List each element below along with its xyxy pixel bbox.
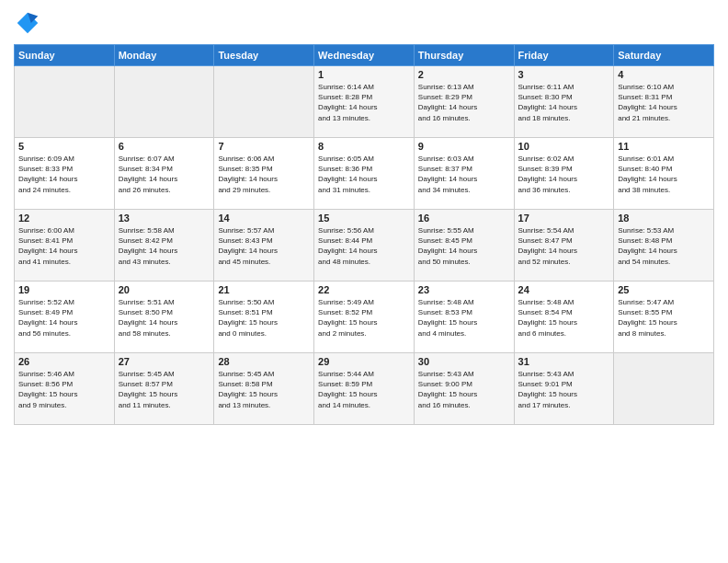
- day-number: 9: [418, 141, 510, 152]
- day-info: Sunrise: 6:07 AM Sunset: 8:34 PM Dayligh…: [119, 154, 210, 195]
- day-number: 17: [518, 213, 610, 224]
- calendar-cell: 3Sunrise: 6:11 AM Sunset: 8:30 PM Daylig…: [514, 66, 614, 138]
- day-info: Sunrise: 5:44 AM Sunset: 8:59 PM Dayligh…: [318, 369, 410, 410]
- calendar-cell: 30Sunrise: 5:43 AM Sunset: 9:00 PM Dayli…: [414, 353, 514, 425]
- header-row: SundayMondayTuesdayWednesdayThursdayFrid…: [15, 45, 714, 66]
- calendar-cell: 23Sunrise: 5:48 AM Sunset: 8:53 PM Dayli…: [414, 282, 514, 353]
- day-info: Sunrise: 5:48 AM Sunset: 8:53 PM Dayligh…: [418, 297, 510, 339]
- calendar-cell: 19Sunrise: 5:52 AM Sunset: 8:49 PM Dayli…: [15, 282, 115, 353]
- day-info: Sunrise: 6:06 AM Sunset: 8:35 PM Dayligh…: [218, 154, 310, 195]
- day-number: 21: [218, 284, 310, 295]
- calendar-table: SundayMondayTuesdayWednesdayThursdayFrid…: [14, 44, 714, 425]
- calendar-cell: 10Sunrise: 6:02 AM Sunset: 8:39 PM Dayli…: [514, 138, 614, 210]
- calendar-cell: 2Sunrise: 6:13 AM Sunset: 8:29 PM Daylig…: [414, 66, 514, 138]
- day-info: Sunrise: 5:54 AM Sunset: 8:47 PM Dayligh…: [518, 225, 610, 267]
- page: SundayMondayTuesdayWednesdayThursdayFrid…: [0, 0, 728, 563]
- header: [14, 9, 714, 37]
- day-number: 11: [618, 141, 710, 152]
- calendar-cell: 5Sunrise: 6:09 AM Sunset: 8:33 PM Daylig…: [15, 138, 115, 210]
- day-number: 16: [418, 213, 510, 224]
- day-info: Sunrise: 5:58 AM Sunset: 8:42 PM Dayligh…: [119, 225, 210, 267]
- calendar-cell: 6Sunrise: 6:07 AM Sunset: 8:34 PM Daylig…: [114, 138, 214, 210]
- day-info: Sunrise: 5:51 AM Sunset: 8:50 PM Dayligh…: [119, 297, 210, 339]
- day-number: 2: [418, 69, 510, 80]
- day-number: 24: [518, 284, 610, 295]
- day-info: Sunrise: 5:55 AM Sunset: 8:45 PM Dayligh…: [418, 225, 510, 267]
- calendar-cell: 20Sunrise: 5:51 AM Sunset: 8:50 PM Dayli…: [114, 282, 214, 353]
- calendar-cell: 18Sunrise: 5:53 AM Sunset: 8:48 PM Dayli…: [614, 210, 714, 282]
- calendar-cell: 24Sunrise: 5:48 AM Sunset: 8:54 PM Dayli…: [514, 282, 614, 353]
- day-number: 15: [318, 213, 410, 224]
- calendar-cell: 1Sunrise: 6:14 AM Sunset: 8:28 PM Daylig…: [314, 66, 415, 138]
- day-number: 28: [218, 356, 310, 367]
- calendar-cell: 26Sunrise: 5:46 AM Sunset: 8:56 PM Dayli…: [15, 353, 115, 425]
- day-info: Sunrise: 5:53 AM Sunset: 8:48 PM Dayligh…: [618, 225, 710, 267]
- day-number: 25: [618, 284, 710, 295]
- day-number: 10: [518, 141, 610, 152]
- day-number: 29: [318, 356, 410, 367]
- calendar-cell: 14Sunrise: 5:57 AM Sunset: 8:43 PM Dayli…: [214, 210, 314, 282]
- calendar-week-3: 12Sunrise: 6:00 AM Sunset: 8:41 PM Dayli…: [15, 210, 714, 282]
- day-number: 5: [18, 141, 110, 152]
- calendar-cell: 22Sunrise: 5:49 AM Sunset: 8:52 PM Dayli…: [314, 282, 415, 353]
- calendar-cell: 7Sunrise: 6:06 AM Sunset: 8:35 PM Daylig…: [214, 138, 314, 210]
- calendar-cell: 15Sunrise: 5:56 AM Sunset: 8:44 PM Dayli…: [314, 210, 415, 282]
- calendar-cell: [614, 353, 714, 425]
- day-info: Sunrise: 5:43 AM Sunset: 9:01 PM Dayligh…: [518, 369, 610, 410]
- day-info: Sunrise: 6:00 AM Sunset: 8:41 PM Dayligh…: [18, 225, 110, 267]
- calendar-cell: 25Sunrise: 5:47 AM Sunset: 8:55 PM Dayli…: [614, 282, 714, 353]
- calendar-week-1: 1Sunrise: 6:14 AM Sunset: 8:28 PM Daylig…: [15, 66, 714, 138]
- calendar-cell: 17Sunrise: 5:54 AM Sunset: 8:47 PM Dayli…: [514, 210, 614, 282]
- day-number: 6: [119, 141, 210, 152]
- day-number: 4: [618, 69, 710, 80]
- weekday-header-monday: Monday: [114, 45, 214, 66]
- calendar-cell: 13Sunrise: 5:58 AM Sunset: 8:42 PM Dayli…: [114, 210, 214, 282]
- calendar-cell: 21Sunrise: 5:50 AM Sunset: 8:51 PM Dayli…: [214, 282, 314, 353]
- day-number: 31: [518, 356, 610, 367]
- calendar-cell: 4Sunrise: 6:10 AM Sunset: 8:31 PM Daylig…: [614, 66, 714, 138]
- day-info: Sunrise: 5:52 AM Sunset: 8:49 PM Dayligh…: [18, 297, 110, 339]
- day-info: Sunrise: 5:48 AM Sunset: 8:54 PM Dayligh…: [518, 297, 610, 339]
- logo: [14, 9, 45, 37]
- calendar-cell: 9Sunrise: 6:03 AM Sunset: 8:37 PM Daylig…: [414, 138, 514, 210]
- day-info: Sunrise: 5:57 AM Sunset: 8:43 PM Dayligh…: [218, 225, 310, 267]
- day-info: Sunrise: 5:45 AM Sunset: 8:58 PM Dayligh…: [218, 369, 310, 410]
- day-info: Sunrise: 6:11 AM Sunset: 8:30 PM Dayligh…: [518, 82, 610, 123]
- calendar-cell: 12Sunrise: 6:00 AM Sunset: 8:41 PM Dayli…: [15, 210, 115, 282]
- day-number: 26: [18, 356, 110, 367]
- day-number: 3: [518, 69, 610, 80]
- day-number: 23: [418, 284, 510, 295]
- calendar-cell: 27Sunrise: 5:45 AM Sunset: 8:57 PM Dayli…: [114, 353, 214, 425]
- day-info: Sunrise: 6:13 AM Sunset: 8:29 PM Dayligh…: [418, 82, 510, 123]
- day-number: 8: [318, 141, 410, 152]
- calendar-week-2: 5Sunrise: 6:09 AM Sunset: 8:33 PM Daylig…: [15, 138, 714, 210]
- weekday-header-tuesday: Tuesday: [214, 45, 314, 66]
- weekday-header-friday: Friday: [514, 45, 614, 66]
- day-info: Sunrise: 5:49 AM Sunset: 8:52 PM Dayligh…: [318, 297, 410, 339]
- day-number: 18: [618, 213, 710, 224]
- day-info: Sunrise: 5:50 AM Sunset: 8:51 PM Dayligh…: [218, 297, 310, 339]
- calendar-cell: 11Sunrise: 6:01 AM Sunset: 8:40 PM Dayli…: [614, 138, 714, 210]
- day-info: Sunrise: 5:45 AM Sunset: 8:57 PM Dayligh…: [119, 369, 210, 410]
- weekday-header-thursday: Thursday: [414, 45, 514, 66]
- day-number: 7: [218, 141, 310, 152]
- day-number: 12: [18, 213, 110, 224]
- calendar-cell: 31Sunrise: 5:43 AM Sunset: 9:01 PM Dayli…: [514, 353, 614, 425]
- day-info: Sunrise: 6:03 AM Sunset: 8:37 PM Dayligh…: [418, 154, 510, 195]
- day-number: 14: [218, 213, 310, 224]
- day-number: 1: [318, 69, 410, 80]
- calendar-cell: 16Sunrise: 5:55 AM Sunset: 8:45 PM Dayli…: [414, 210, 514, 282]
- calendar-cell: [114, 66, 214, 138]
- day-info: Sunrise: 6:02 AM Sunset: 8:39 PM Dayligh…: [518, 154, 610, 195]
- calendar-week-4: 19Sunrise: 5:52 AM Sunset: 8:49 PM Dayli…: [15, 282, 714, 353]
- calendar-cell: 28Sunrise: 5:45 AM Sunset: 8:58 PM Dayli…: [214, 353, 314, 425]
- day-info: Sunrise: 6:09 AM Sunset: 8:33 PM Dayligh…: [18, 154, 110, 195]
- day-number: 27: [119, 356, 210, 367]
- calendar-cell: [15, 66, 115, 138]
- day-number: 22: [318, 284, 410, 295]
- day-info: Sunrise: 5:56 AM Sunset: 8:44 PM Dayligh…: [318, 225, 410, 267]
- weekday-header-saturday: Saturday: [614, 45, 714, 66]
- logo-icon: [14, 9, 41, 37]
- calendar-week-5: 26Sunrise: 5:46 AM Sunset: 8:56 PM Dayli…: [15, 353, 714, 425]
- day-info: Sunrise: 6:01 AM Sunset: 8:40 PM Dayligh…: [618, 154, 710, 195]
